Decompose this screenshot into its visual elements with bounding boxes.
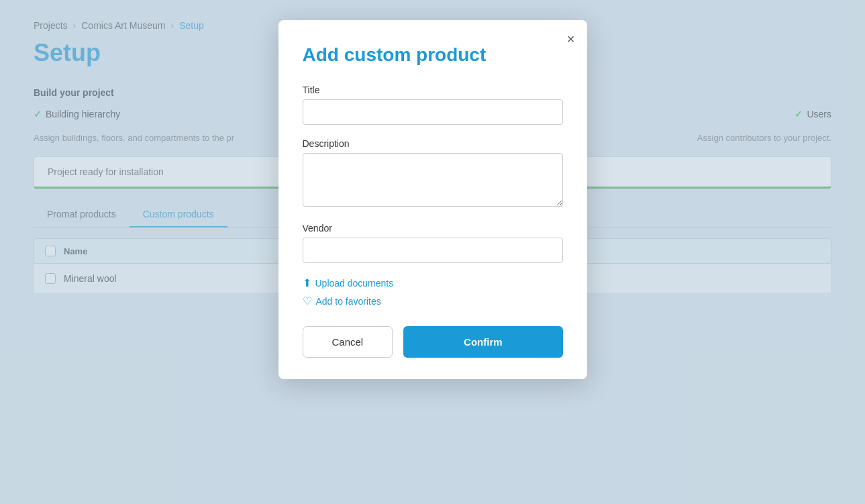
upload-label: Upload documents (315, 278, 394, 289)
modal-overlay: × Add custom product Title Description V… (0, 0, 865, 504)
heart-icon: ♡ (303, 295, 312, 307)
vendor-form-group: Vendor (303, 223, 563, 263)
add-custom-product-modal: × Add custom product Title Description V… (278, 20, 587, 379)
cancel-button[interactable]: Cancel (303, 326, 393, 358)
description-input[interactable] (303, 153, 563, 207)
upload-documents-link[interactable]: ⬆ Upload documents (303, 276, 563, 289)
vendor-input[interactable] (303, 238, 563, 263)
title-form-group: Title (303, 85, 563, 125)
modal-title: Add custom product (303, 44, 563, 66)
title-input[interactable] (303, 99, 563, 125)
upload-icon: ⬆ (303, 276, 311, 289)
title-label: Title (303, 85, 563, 95)
vendor-label: Vendor (303, 223, 563, 234)
favorites-label: Add to favorites (316, 296, 381, 307)
add-to-favorites-link[interactable]: ♡ Add to favorites (303, 295, 563, 307)
description-form-group: Description (303, 138, 563, 209)
modal-close-button[interactable]: × (567, 32, 575, 46)
modal-footer: Cancel Confirm (303, 326, 563, 358)
confirm-button[interactable]: Confirm (403, 326, 562, 358)
description-label: Description (303, 138, 563, 149)
